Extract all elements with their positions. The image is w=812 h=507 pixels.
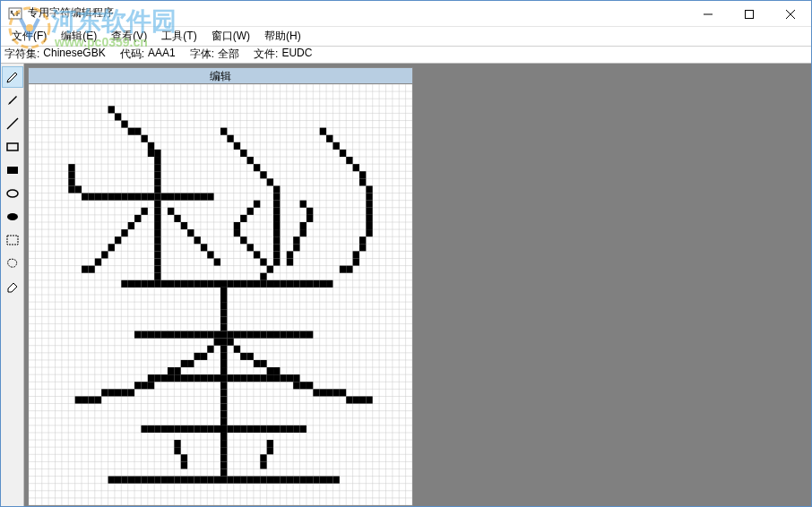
svg-rect-166 — [154, 201, 160, 208]
svg-point-6 — [7, 190, 18, 197]
svg-rect-416 — [287, 425, 293, 433]
svg-rect-156 — [174, 193, 180, 201]
svg-rect-270 — [220, 280, 227, 288]
svg-rect-234 — [320, 128, 326, 135]
menu-file[interactable]: 文件(F) — [4, 27, 54, 46]
svg-rect-226 — [307, 208, 313, 215]
rect-select-icon — [5, 233, 20, 247]
svg-rect-196 — [227, 135, 233, 142]
svg-rect-342 — [227, 339, 233, 346]
svg-rect-265 — [187, 280, 194, 288]
tool-line[interactable] — [2, 113, 23, 134]
tool-rect-filled[interactable] — [2, 159, 23, 181]
svg-rect-300 — [181, 331, 187, 339]
svg-rect-5 — [7, 167, 18, 174]
svg-rect-135 — [154, 150, 160, 157]
svg-rect-363 — [366, 396, 372, 403]
svg-rect-157 — [181, 193, 187, 201]
svg-rect-298 — [168, 331, 174, 339]
svg-rect-404 — [207, 425, 213, 433]
svg-rect-269 — [214, 280, 220, 288]
svg-rect-260 — [154, 280, 160, 288]
svg-rect-427 — [181, 454, 187, 461]
rect-filled-icon — [5, 163, 20, 177]
tool-brush[interactable] — [2, 90, 23, 111]
svg-rect-448 — [207, 477, 213, 484]
svg-rect-145 — [101, 193, 108, 201]
svg-rect-216 — [254, 201, 260, 208]
svg-rect-388 — [220, 382, 227, 389]
tool-rect-outline[interactable] — [2, 136, 23, 158]
tool-rect-select[interactable] — [2, 229, 23, 251]
menu-view[interactable]: 查看(V) — [104, 27, 154, 46]
svg-rect-204 — [273, 193, 280, 201]
svg-rect-284 — [313, 280, 319, 288]
menu-edit[interactable]: 编辑(E) — [54, 27, 104, 46]
svg-rect-187 — [168, 208, 174, 215]
svg-rect-221 — [240, 236, 246, 244]
svg-rect-350 — [280, 374, 286, 382]
svg-rect-201 — [260, 171, 266, 178]
svg-rect-393 — [220, 418, 227, 425]
svg-rect-195 — [220, 128, 227, 135]
tool-ellipse-outline[interactable] — [2, 183, 23, 204]
svg-rect-280 — [287, 280, 293, 288]
svg-rect-329 — [154, 374, 160, 382]
menu-tools[interactable]: 工具(T) — [154, 27, 203, 46]
menu-window[interactable]: 窗口(W) — [204, 27, 257, 46]
svg-rect-325 — [181, 360, 187, 367]
svg-rect-136 — [154, 157, 160, 164]
svg-rect-155 — [168, 193, 174, 201]
svg-rect-453 — [240, 477, 246, 484]
svg-rect-389 — [220, 389, 227, 396]
svg-rect-275 — [254, 280, 260, 288]
close-button[interactable] — [770, 1, 811, 28]
svg-rect-132 — [141, 135, 147, 142]
svg-rect-405 — [214, 425, 220, 433]
svg-rect-4 — [7, 143, 18, 150]
svg-rect-407 — [227, 425, 233, 433]
maximize-button[interactable] — [729, 1, 770, 28]
svg-rect-246 — [366, 215, 372, 222]
svg-rect-420 — [220, 440, 227, 447]
tool-pencil[interactable] — [2, 66, 23, 88]
svg-rect-327 — [168, 367, 174, 374]
svg-rect-267 — [201, 280, 207, 288]
svg-rect-374 — [194, 374, 200, 382]
svg-rect-199 — [247, 157, 254, 164]
tool-free-select[interactable] — [2, 253, 23, 274]
svg-rect-322 — [201, 353, 207, 360]
svg-rect-283 — [307, 280, 313, 288]
svg-rect-237 — [340, 150, 346, 157]
svg-rect-242 — [366, 185, 372, 193]
svg-rect-460 — [287, 477, 293, 484]
svg-rect-293 — [134, 331, 141, 339]
svg-rect-213 — [273, 258, 280, 265]
svg-rect-406 — [220, 425, 227, 433]
ellipse-filled-icon — [5, 210, 20, 224]
svg-rect-348 — [267, 367, 273, 374]
svg-rect-285 — [320, 280, 326, 288]
svg-rect-351 — [287, 374, 293, 382]
svg-rect-152 — [148, 193, 154, 201]
minimize-button[interactable] — [687, 1, 729, 28]
svg-rect-366 — [220, 353, 227, 360]
svg-rect-447 — [201, 477, 207, 484]
svg-rect-352 — [293, 382, 299, 389]
svg-rect-385 — [267, 374, 273, 382]
svg-rect-235 — [326, 135, 333, 142]
tool-eraser[interactable] — [2, 276, 23, 297]
svg-rect-402 — [194, 425, 200, 433]
svg-rect-141 — [75, 185, 82, 193]
svg-rect-286 — [326, 280, 333, 288]
svg-rect-334 — [121, 389, 127, 396]
svg-rect-358 — [333, 389, 339, 396]
tool-ellipse-filled[interactable] — [2, 206, 23, 228]
svg-rect-250 — [359, 244, 366, 251]
svg-rect-426 — [174, 447, 180, 454]
svg-rect-455 — [254, 477, 260, 484]
pixel-grid-canvas[interactable] — [29, 84, 412, 505]
svg-rect-321 — [207, 346, 213, 353]
svg-rect-353 — [300, 382, 307, 389]
menu-help[interactable]: 帮助(H) — [257, 27, 308, 46]
